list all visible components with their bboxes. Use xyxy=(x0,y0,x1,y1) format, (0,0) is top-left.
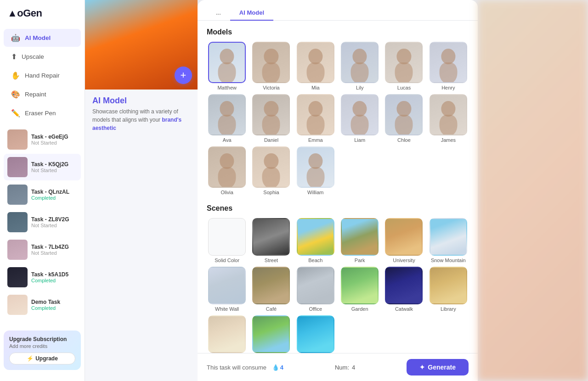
task-item-7Lb4ZG[interactable]: Task - 7Lb4ZG Not Started xyxy=(4,236,81,263)
scene-card-countryside[interactable]: Countryside xyxy=(251,315,291,353)
models-section-title: Models xyxy=(207,28,469,36)
task-name: Task - ZL8V2G xyxy=(31,216,77,223)
model-avatar xyxy=(430,42,467,83)
scene-name: White Wall xyxy=(215,306,239,312)
scene-thumb xyxy=(385,218,423,256)
model-card-mia[interactable]: Mia xyxy=(295,42,336,90)
scene-thumb xyxy=(385,267,423,304)
task-status: Completed xyxy=(31,278,77,283)
task-status: Not Started xyxy=(31,168,77,173)
task-list: Task - eGeEjG Not Started Task - K5Qj2G … xyxy=(0,123,85,327)
task-item-ZL8V2G[interactable]: Task - ZL8V2G Not Started xyxy=(4,209,81,235)
generate-button[interactable]: ✦ Generate xyxy=(407,359,469,375)
model-name: James xyxy=(441,137,456,143)
task-item-demo[interactable]: Demo Task Completed xyxy=(4,291,81,318)
scene-thumb xyxy=(430,218,467,256)
model-card-daniel[interactable]: Daniel xyxy=(251,94,291,143)
model-card-chloe[interactable]: Chloe xyxy=(384,94,424,143)
scene-card-snow-mountain[interactable]: Snow Mountain xyxy=(428,218,469,263)
task-item-k5A1D5[interactable]: Task - k5A1D5 Completed xyxy=(4,264,81,291)
model-card-lucas[interactable]: Lucas xyxy=(384,42,424,90)
repaint-icon: 🎨 xyxy=(11,90,20,99)
scene-card-library[interactable]: Library xyxy=(428,267,469,312)
model-avatar xyxy=(252,42,290,83)
model-card-sophia[interactable]: Sophia xyxy=(251,146,291,195)
scene-card-solid-color[interactable]: Solid Color xyxy=(207,218,247,263)
model-name: Olivia xyxy=(220,190,233,195)
hand-repair-icon: ✋ xyxy=(11,71,20,80)
model-card-matthew[interactable]: Matthew xyxy=(207,42,247,90)
scene-card-street[interactable]: Street xyxy=(251,218,291,263)
model-card-william[interactable]: William xyxy=(295,146,336,195)
scene-thumb xyxy=(297,315,334,353)
model-card-liam[interactable]: Liam xyxy=(339,94,380,143)
model-card-emma[interactable]: Emma xyxy=(295,94,336,143)
tab-ai-model[interactable]: AI Model xyxy=(230,6,273,21)
model-card-olivia[interactable]: Olivia xyxy=(207,146,247,195)
scene-thumb xyxy=(341,218,379,256)
task-status: Completed xyxy=(31,305,77,311)
scene-name: Solid Color xyxy=(215,258,239,263)
scene-card-university[interactable]: University xyxy=(384,218,424,263)
model-card-henry[interactable]: Henry xyxy=(428,42,469,90)
model-avatar xyxy=(297,42,334,83)
sidebar: ▲oGen 🤖 AI Model ⬆ Upscale ✋ Hand Repair… xyxy=(0,0,85,381)
upscale-icon: ⬆ xyxy=(11,52,17,61)
nav-item-repaint[interactable]: 🎨 Repaint xyxy=(4,85,81,103)
nav-item-ai-model[interactable]: 🤖 AI Model xyxy=(4,29,81,47)
scene-card-park[interactable]: Park xyxy=(339,218,380,263)
model-card-ava[interactable]: Ava xyxy=(207,94,247,143)
scene-card-café[interactable]: Café xyxy=(251,267,291,312)
add-image-button[interactable]: + xyxy=(175,67,192,84)
scene-thumb xyxy=(208,218,246,256)
num-value: 4 xyxy=(352,364,355,371)
consume-text: This task will consume 💧 4 xyxy=(207,364,283,371)
scene-card-office[interactable]: Office xyxy=(295,267,336,312)
nav-item-hand-repair[interactable]: ✋ Hand Repair xyxy=(4,67,81,84)
model-name: Ava xyxy=(223,137,232,143)
scene-card-beach[interactable]: Beach xyxy=(295,218,336,263)
scene-thumb xyxy=(208,267,246,304)
preview-panel: + AI Model Showcase clothing with a vari… xyxy=(85,0,198,381)
task-item-QLnzAL[interactable]: Task - QLnzAL Completed xyxy=(4,181,81,208)
preview-image: + xyxy=(85,0,198,90)
nav-item-upscale[interactable]: ⬆ Upscale xyxy=(4,48,81,66)
upgrade-button[interactable]: ⚡ Upgrade xyxy=(9,353,75,364)
scene-card-swimming-pool[interactable]: Swimming Pool xyxy=(295,315,336,353)
scene-thumb xyxy=(430,267,467,304)
task-status: Not Started xyxy=(31,250,77,256)
scene-card-white-wall[interactable]: White Wall xyxy=(207,267,247,312)
model-avatar xyxy=(208,146,246,188)
tab-1[interactable]: ... xyxy=(207,6,230,21)
preview-description: Showcase clothing with a variety of mode… xyxy=(92,107,190,132)
nav-item-eraser-pen[interactable]: ✏️ Eraser Pen xyxy=(4,104,81,122)
model-card-victoria[interactable]: Victoria xyxy=(251,42,291,90)
scene-card-garden[interactable]: Garden xyxy=(339,267,380,312)
model-card-james[interactable]: James xyxy=(428,94,469,143)
task-item-K5Qj2G[interactable]: Task - K5Qj2G Not Started xyxy=(4,154,81,180)
task-item-eGeEjG[interactable]: Task - eGeEjG Not Started xyxy=(4,126,81,153)
model-avatar xyxy=(252,146,290,188)
model-avatar xyxy=(297,94,334,135)
task-status: Not Started xyxy=(31,140,77,146)
model-avatar xyxy=(430,94,467,135)
model-name: Mia xyxy=(311,85,320,90)
model-avatar xyxy=(341,42,379,83)
scene-thumb xyxy=(252,315,290,353)
scene-card-catwalk[interactable]: Catwalk xyxy=(384,267,424,312)
scene-card-living-room[interactable]: Living Room xyxy=(207,315,247,353)
model-name: Lucas xyxy=(397,85,411,90)
scene-name: Park xyxy=(355,258,365,263)
scenes-section-title: Scenes xyxy=(207,204,469,213)
task-name: Task - QLnzAL xyxy=(31,189,77,195)
model-name: Chloe xyxy=(397,137,411,143)
model-card-lily[interactable]: Lily xyxy=(339,42,380,90)
nav-label-eraser-pen: Eraser Pen xyxy=(25,110,56,117)
task-name: Task - eGeEjG xyxy=(31,134,77,140)
scene-thumb xyxy=(297,267,334,304)
nav-label-hand-repair: Hand Repair xyxy=(25,72,60,79)
model-name: Daniel xyxy=(264,137,278,143)
nav-label-upscale: Upscale xyxy=(22,53,44,60)
model-avatar xyxy=(341,94,379,135)
panel-content: Models Matthew Victoria Mia Lily Lucas H… xyxy=(198,21,478,353)
